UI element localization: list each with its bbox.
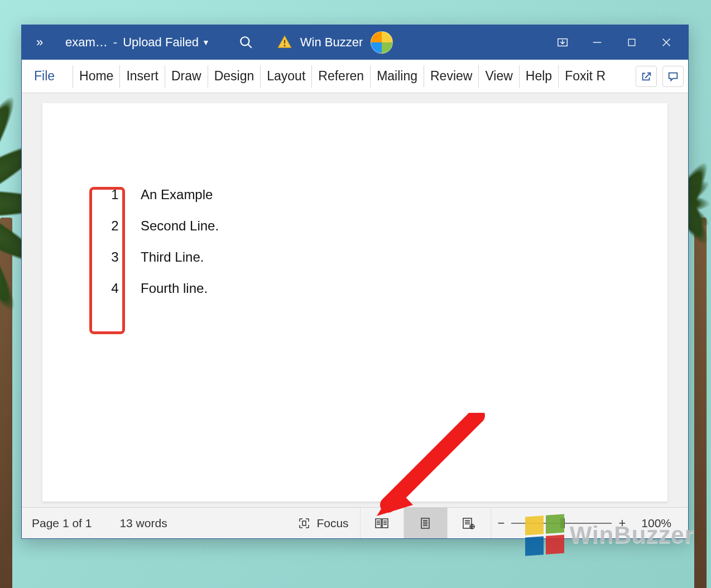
svg-point-0 — [241, 37, 249, 45]
share-button[interactable] — [636, 66, 657, 87]
ribbon-tabs: File Home Insert Draw Design Layout Refe… — [22, 60, 688, 93]
zoom-controls: − + 100% — [491, 508, 678, 538]
tab-references[interactable]: Referen — [311, 65, 370, 88]
close-button[interactable] — [649, 25, 684, 60]
tab-insert[interactable]: Insert — [119, 65, 165, 88]
tab-design[interactable]: Design — [208, 65, 261, 88]
print-layout-icon — [419, 517, 432, 530]
tab-view[interactable]: View — [478, 65, 518, 88]
statusbar: Page 1 of 1 13 words Focus − + — [22, 507, 688, 538]
word-window: » exam… - Upload Failed ▼ Win Buzzer — [21, 25, 689, 539]
zoom-in-button[interactable]: + — [618, 516, 626, 531]
document-title-area[interactable]: exam… - Upload Failed ▼ — [65, 35, 210, 50]
search-button[interactable] — [232, 35, 260, 50]
focus-mode-button[interactable]: Focus — [286, 508, 359, 538]
chevron-down-icon: ▼ — [202, 38, 210, 47]
line-3[interactable]: 3 Third Line. — [98, 249, 623, 265]
title-separator: - — [113, 35, 117, 50]
comment-icon — [667, 70, 679, 83]
document-name: exam… — [65, 35, 108, 50]
page-info[interactable]: Page 1 of 1 — [32, 517, 92, 530]
zoom-value[interactable]: 100% — [641, 517, 671, 530]
tab-mailings[interactable]: Mailing — [370, 65, 424, 88]
zoom-out-button[interactable]: − — [498, 516, 505, 531]
document-content: 1 An Example 2 Second Line. 3 Third Line… — [98, 187, 623, 296]
line-text: Second Line. — [141, 218, 219, 234]
zoom-slider[interactable] — [511, 523, 612, 524]
svg-line-1 — [248, 44, 252, 48]
tab-help[interactable]: Help — [519, 65, 558, 88]
focus-label: Focus — [316, 517, 348, 530]
comments-button[interactable] — [662, 66, 684, 87]
document-area[interactable]: 1 An Example 2 Second Line. 3 Third Line… — [22, 93, 688, 507]
svg-rect-6 — [628, 39, 635, 46]
line-1[interactable]: 1 An Example — [98, 187, 623, 203]
search-icon — [239, 35, 253, 50]
line-4[interactable]: 4 Fourth line. — [98, 281, 623, 296]
web-layout-button[interactable] — [447, 508, 491, 538]
upload-status[interactable]: Upload Failed ▼ — [123, 35, 210, 50]
tab-foxit[interactable]: Foxit R — [558, 65, 612, 88]
upload-status-label: Upload Failed — [123, 35, 199, 50]
tab-home[interactable]: Home — [73, 65, 119, 88]
minimize-button[interactable] — [580, 25, 614, 60]
user-avatar[interactable] — [371, 31, 393, 54]
annotation-highlight-box — [89, 187, 125, 334]
tab-review[interactable]: Review — [424, 65, 478, 88]
svg-rect-9 — [302, 521, 306, 526]
word-count[interactable]: 13 words — [119, 517, 167, 530]
quick-access-more-icon[interactable]: » — [26, 35, 54, 50]
line-text: An Example — [141, 187, 213, 203]
titlebar: » exam… - Upload Failed ▼ Win Buzzer — [22, 25, 688, 60]
zoom-slider-thumb[interactable] — [560, 518, 565, 528]
ribbon-display-options-button[interactable] — [545, 25, 580, 60]
focus-icon — [297, 517, 311, 530]
maximize-button[interactable] — [614, 25, 649, 60]
read-mode-icon — [374, 517, 390, 530]
tab-draw[interactable]: Draw — [165, 65, 208, 88]
svg-rect-16 — [421, 518, 429, 528]
line-text: Third Line. — [141, 249, 204, 265]
file-tab[interactable]: File — [26, 69, 63, 84]
svg-point-3 — [284, 45, 285, 46]
read-mode-button[interactable] — [360, 508, 403, 538]
line-text: Fourth line. — [141, 281, 208, 296]
web-layout-icon — [462, 517, 476, 530]
document-page[interactable]: 1 An Example 2 Second Line. 3 Third Line… — [42, 103, 667, 502]
line-2[interactable]: 2 Second Line. — [98, 218, 623, 234]
tab-layout[interactable]: Layout — [260, 65, 311, 88]
share-icon — [640, 70, 652, 83]
user-name[interactable]: Win Buzzer — [300, 35, 363, 50]
print-layout-button[interactable] — [403, 508, 447, 538]
warning-icon[interactable] — [277, 35, 292, 50]
